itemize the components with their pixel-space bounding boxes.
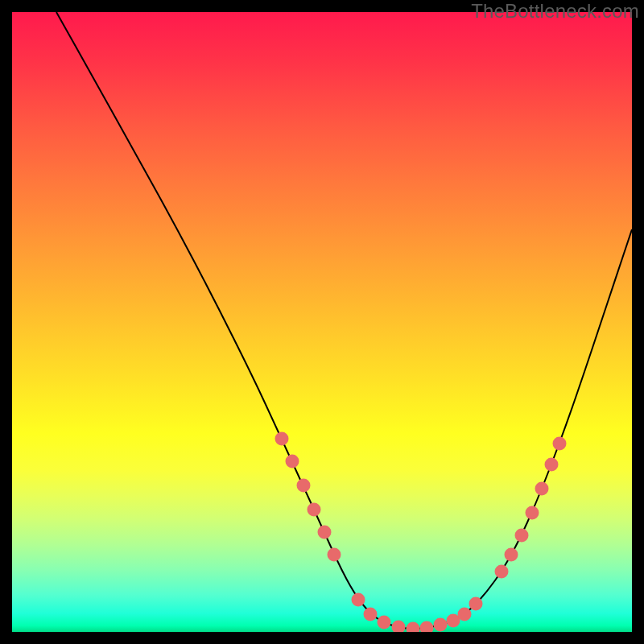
highlight-dot	[286, 455, 299, 469]
highlight-dot	[545, 458, 559, 472]
highlight-dot	[308, 503, 321, 517]
highlight-dot	[434, 618, 448, 632]
highlight-dot	[515, 529, 529, 543]
highlight-dot	[407, 622, 420, 633]
highlight-dot	[364, 608, 378, 621]
highlight-dots	[275, 432, 567, 633]
highlight-dot	[495, 565, 509, 579]
watermark-text: TheBottleneck.com	[471, 0, 639, 23]
highlight-dot	[526, 506, 539, 520]
bottleneck-curve	[56, 12, 632, 629]
highlight-dot	[328, 548, 341, 562]
highlight-dot	[458, 608, 472, 621]
highlight-dot	[553, 437, 567, 451]
highlight-dot	[535, 482, 549, 496]
plot-area	[12, 12, 632, 632]
highlight-dot	[297, 479, 311, 493]
chart-svg	[12, 12, 632, 632]
highlight-dot	[505, 548, 518, 562]
highlight-dot	[469, 597, 483, 611]
highlight-dot	[378, 616, 391, 630]
highlight-dot	[275, 432, 289, 446]
chart-container: TheBottleneck.com	[0, 0, 644, 644]
highlight-dot	[420, 621, 434, 633]
highlight-dot	[352, 593, 365, 607]
highlight-dot	[392, 621, 406, 633]
highlight-dot	[318, 526, 332, 539]
